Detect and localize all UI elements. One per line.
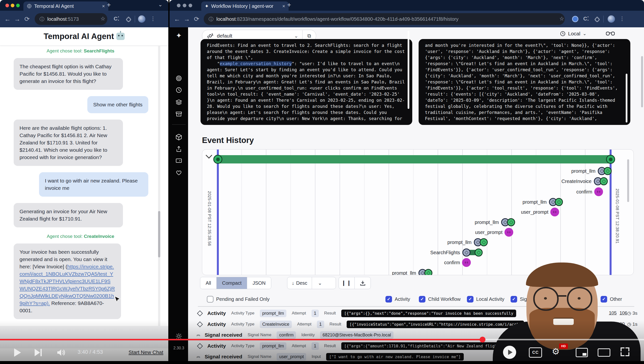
fullscreen-button[interactable] [620, 348, 629, 356]
reload-button[interactable]: ⟳ [194, 11, 199, 27]
share-upload-icon[interactable] [176, 146, 182, 152]
reload-button[interactable]: ⟳ [24, 11, 30, 27]
browser-menu-icon[interactable]: ⋮ [150, 16, 156, 22]
back-button[interactable]: ← [4, 11, 11, 27]
bookmark-star-icon[interactable]: ☆ [559, 16, 564, 22]
namespaces-layers-icon[interactable] [176, 99, 182, 106]
settings-gear-icon[interactable]: ⚙ [552, 346, 560, 357]
event-history-timeline[interactable]: 2025-01-08 PST 12:35:38.562025-01-08 PST… [202, 149, 634, 275]
activity-completed-marker[interactable] [600, 177, 608, 186]
pending-failed-checkbox[interactable] [207, 296, 214, 302]
support-heart-icon[interactable] [176, 170, 182, 176]
toolbar-divider [135, 16, 135, 22]
close-window-button[interactable] [177, 4, 180, 7]
activity-completed-marker[interactable] [480, 238, 488, 246]
left-address-bar[interactable]: ⓘ localhost:5173 [35, 13, 107, 25]
activity-completed-marker[interactable] [424, 269, 432, 276]
activity-label: Activity [395, 296, 410, 302]
labs-glasses-icon[interactable] [606, 31, 615, 36]
next-button[interactable] [35, 349, 42, 357]
collapse-chevron-icon[interactable] [206, 152, 212, 158]
theater-mode-button[interactable] [598, 348, 610, 357]
feedback-monitor-icon[interactable] [176, 158, 182, 164]
signal-checkbox[interactable]: ✓ [510, 296, 517, 302]
timeline-scrollbar-thumb[interactable] [627, 159, 629, 202]
other-checkbox[interactable]: ✓ [600, 296, 607, 302]
activity-completed-marker[interactable] [555, 198, 563, 206]
volume-icon[interactable] [56, 348, 66, 357]
close-tab-icon[interactable]: × [282, 4, 285, 9]
signal-marker[interactable] [504, 228, 513, 237]
schedules-clock-icon[interactable] [176, 87, 182, 93]
invoice-link[interactable]: https://invoice.stripe.com/i/acct_1NBOLu… [20, 264, 115, 306]
signal-marker[interactable] [550, 208, 559, 216]
info-icon[interactable]: ⓘ [40, 16, 44, 22]
sort-desc-button[interactable]: ↓Desc [287, 277, 312, 289]
chat-scrollbar-track[interactable] [158, 46, 160, 326]
close-window-button[interactable] [5, 4, 9, 7]
code-line: {'city': 'Auckland', 'month': 'March'}, … [425, 73, 624, 79]
extensions-puzzle-icon[interactable] [594, 16, 600, 22]
activity-checkbox[interactable]: ✓ [386, 296, 392, 302]
temporal-logo-icon[interactable]: ✦ [176, 31, 182, 40]
code-scrollbar-right[interactable] [626, 74, 628, 122]
new-tab-button[interactable]: + [107, 1, 111, 9]
minimize-window-button[interactable] [183, 4, 186, 7]
workflows-icon[interactable] [176, 75, 182, 82]
activity-completed-marker[interactable] [604, 167, 612, 175]
workflow-input-panel-left[interactable]: FindEvents: Find an event to travel to 2… [200, 39, 412, 125]
chat-scrollbar-thumb[interactable] [158, 211, 160, 258]
activity-completed-marker[interactable] [475, 248, 483, 257]
progress-bar-remaining[interactable] [482, 339, 644, 340]
view-mode-json[interactable]: JSON [247, 277, 271, 289]
workflow-input-panel-right[interactable]: and month you're interested in for the e… [418, 39, 630, 125]
progress-bar-watched[interactable] [0, 339, 482, 340]
view-mode-compact[interactable]: Compact [216, 277, 247, 289]
child-workflow-checkbox[interactable]: ✓ [419, 296, 426, 302]
timezone-select[interactable]: Local [568, 31, 580, 36]
captions-button[interactable]: CC [529, 348, 542, 358]
tab-temporal-ai-agent[interactable]: Temporal AI Agent × [24, 2, 108, 11]
archive-icon[interactable] [176, 111, 182, 117]
download-button[interactable] [354, 277, 370, 289]
external-link-icon[interactable]: ⧉ [302, 33, 316, 39]
sort-chevron-button[interactable]: ⌄ [312, 277, 328, 289]
miniplayer-button[interactable] [576, 348, 588, 357]
pause-button[interactable]: ❙❙ [339, 277, 354, 289]
page-scrollbar-thumb[interactable] [641, 56, 643, 107]
claude-extension-icon[interactable]: C⁚ [583, 16, 589, 22]
signal-marker[interactable] [462, 258, 471, 267]
bookmark-star-icon[interactable]: ☆ [100, 16, 106, 22]
deployments-cube-icon[interactable] [176, 134, 182, 140]
tab-list-chevron-icon[interactable]: ⌄ [158, 2, 162, 8]
info-icon[interactable]: ⓘ [208, 16, 214, 22]
signal-marker[interactable] [594, 187, 603, 196]
progress-scrubber[interactable] [480, 337, 486, 342]
tab-workflow-history[interactable]: ✦ Workflow History | agent-wor × [201, 2, 288, 11]
zoom-window-button[interactable] [188, 4, 192, 7]
forward-button[interactable]: → [14, 11, 20, 27]
code-scrollbar-left[interactable] [408, 31, 409, 109]
onepassword-icon[interactable] [572, 16, 578, 22]
right-address-bar[interactable]: ⓘ localhost:8233/namespaces/default/work… [204, 13, 565, 25]
event-id-links[interactable]: 105106 [609, 310, 627, 316]
close-tab-icon[interactable]: × [102, 4, 105, 9]
extensions-puzzle-icon[interactable] [126, 16, 131, 22]
claude-extension-icon[interactable]: C⁚ [114, 16, 119, 22]
activity-completed-marker[interactable] [507, 218, 515, 226]
profile-avatar[interactable] [138, 15, 146, 23]
back-button[interactable]: ← [174, 11, 180, 27]
zoom-window-button[interactable] [16, 4, 20, 7]
forward-button[interactable]: → [184, 11, 190, 27]
minimize-window-button[interactable] [11, 4, 14, 7]
result-code-chip[interactable]: [{"args":{},"next":"done","response":"Yo… [341, 310, 516, 317]
view-mode-all[interactable]: All [200, 277, 216, 289]
activity-scheduled-marker[interactable] [462, 248, 470, 257]
profile-avatar[interactable] [608, 15, 615, 23]
new-tab-button[interactable]: + [287, 1, 291, 9]
play-button[interactable] [14, 348, 21, 357]
browser-menu-icon[interactable]: ⋮ [619, 16, 625, 22]
other-label: Other [610, 296, 622, 302]
autoplay-toggle[interactable] [503, 346, 516, 359]
local-activity-checkbox[interactable]: ✓ [467, 296, 474, 302]
